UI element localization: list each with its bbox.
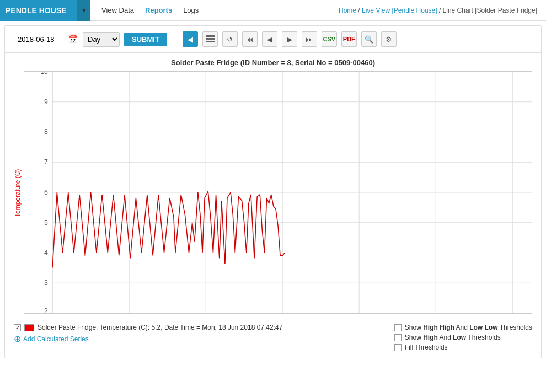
main-card: 📅 Day Hour Week Month Year SUBMIT ◀ ↺ ⏮ … <box>4 25 542 358</box>
svg-text:6: 6 <box>44 189 48 196</box>
legend-checkbox[interactable] <box>14 324 21 331</box>
add-series-link[interactable]: ⊕ Add Calculated Series <box>14 334 383 344</box>
export-csv-button[interactable]: CSV <box>322 31 337 47</box>
skip-last-button[interactable]: ⏭ <box>302 31 317 47</box>
bottom-section: Solder Paste Fridge, Temperature (C): 5.… <box>5 319 541 358</box>
threshold-controls: Show High High And Low Low Thresholds Sh… <box>394 324 532 353</box>
add-series-label[interactable]: Add Calculated Series <box>23 335 89 343</box>
next-button[interactable]: ▶ <box>282 31 297 47</box>
toolbar: 📅 Day Hour Week Month Year SUBMIT ◀ ↺ ⏮ … <box>5 26 541 53</box>
svg-text:2: 2 <box>44 307 48 314</box>
svg-text:7: 7 <box>44 158 48 166</box>
skip-first-button[interactable]: ⏮ <box>242 31 258 47</box>
threshold-hh-label: Show High High And Low Low Thresholds <box>405 324 532 331</box>
threshold-fill-label: Fill Thresholds <box>405 343 448 351</box>
nav-logs[interactable]: Logs <box>183 6 199 14</box>
svg-rect-0 <box>206 35 215 37</box>
brand-logo: PENDLE HOUSE <box>0 0 77 21</box>
layers-button[interactable] <box>202 31 218 47</box>
submit-button[interactable]: SUBMIT <box>124 33 167 46</box>
svg-rect-2 <box>206 41 215 42</box>
breadcrumb-current: Line Chart [Solder Paste Fridge] <box>443 7 537 14</box>
breadcrumb-home[interactable]: Home <box>339 7 356 14</box>
threshold-high-high: Show High High And Low Low Thresholds <box>394 324 532 331</box>
svg-text:9: 9 <box>44 98 48 106</box>
threshold-hl-checkbox[interactable] <box>394 334 402 341</box>
brand-name: PENDLE HOUSE <box>6 6 66 15</box>
legend-item: Solder Paste Fridge, Temperature (C): 5.… <box>14 324 383 331</box>
nav-back-button[interactable]: ◀ <box>183 31 198 47</box>
svg-text:5: 5 <box>44 219 48 227</box>
chart-wrapper: Temperature (C) <box>14 71 532 315</box>
prev-button[interactable]: ◀ <box>262 31 277 47</box>
svg-text:8: 8 <box>44 128 48 136</box>
legend-label: Solder Paste Fridge, Temperature (C): 5.… <box>38 324 282 331</box>
breadcrumb: Home / Live View [Pendle House] / Line C… <box>339 7 546 14</box>
threshold-high-low: Show High And Low Thresholds <box>394 334 532 341</box>
nav-links: View Data Reports Logs <box>90 0 210 21</box>
refresh-button[interactable]: ↺ <box>222 31 238 47</box>
chart-settings-button[interactable]: ⚙ <box>381 31 397 47</box>
zoom-button[interactable]: 🔍 <box>361 31 377 47</box>
brand-dropdown-button[interactable]: ▾ <box>77 0 90 21</box>
nav-view-data[interactable]: View Data <box>101 6 134 14</box>
chart-title: Solder Paste Fridge (ID Number = 8, Seri… <box>14 58 532 67</box>
chart-svg: 10 9 8 7 6 5 4 3 2 <box>24 71 532 314</box>
threshold-hh-checkbox[interactable] <box>394 324 402 331</box>
brand-dropdown-icon: ▾ <box>82 6 86 14</box>
threshold-fill-checkbox[interactable] <box>394 344 402 351</box>
date-input[interactable] <box>14 33 63 46</box>
svg-text:10: 10 <box>40 71 48 76</box>
svg-text:4: 4 <box>44 249 48 257</box>
y-axis-label: Temperature (C) <box>14 71 22 315</box>
calendar-icon[interactable]: 📅 <box>68 34 78 44</box>
add-icon: ⊕ <box>14 334 21 344</box>
svg-text:3: 3 <box>44 279 48 287</box>
chart-container: Solder Paste Fridge (ID Number = 8, Seri… <box>5 53 541 315</box>
threshold-fill: Fill Thresholds <box>394 343 532 351</box>
chart-area: 10 9 8 7 6 5 4 3 2 <box>24 71 532 315</box>
svg-rect-1 <box>206 38 215 40</box>
breadcrumb-live-view[interactable]: Live View [Pendle House] <box>362 7 437 14</box>
legend-area: Solder Paste Fridge, Temperature (C): 5.… <box>14 324 383 353</box>
period-select[interactable]: Day Hour Week Month Year <box>83 32 120 47</box>
export-pdf-button[interactable]: PDF <box>341 31 357 47</box>
legend-color-swatch <box>24 324 34 331</box>
top-navigation: PENDLE HOUSE ▾ View Data Reports Logs Ho… <box>0 0 546 21</box>
nav-reports[interactable]: Reports <box>145 6 172 14</box>
threshold-hl-label: Show High And Low Thresholds <box>405 334 501 341</box>
